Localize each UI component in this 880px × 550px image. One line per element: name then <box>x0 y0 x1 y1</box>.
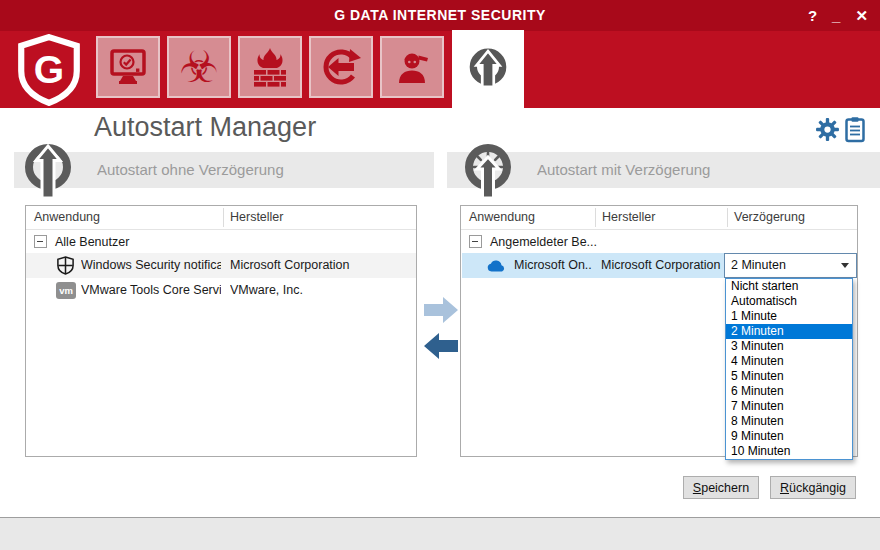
arrow-left-icon <box>424 333 458 359</box>
app-name: Microsoft On... <box>514 253 592 278</box>
move-left-button[interactable] <box>424 333 458 359</box>
group-row-angemeldeter-benutzer[interactable]: Angemeldeter Be... <box>461 230 857 253</box>
column-divider[interactable] <box>223 208 224 227</box>
table-header: Anwendung Hersteller Verzögerung <box>461 206 857 230</box>
column-header-verzoegerung[interactable]: Verzögerung <box>734 206 805 229</box>
arrow-right-icon <box>424 297 458 323</box>
dropdown-option[interactable]: 3 Minuten <box>726 339 852 354</box>
dropdown-option[interactable]: 5 Minuten <box>726 369 852 384</box>
dropdown-option-selected[interactable]: 2 Minuten <box>726 324 852 339</box>
tab-autostart-manager[interactable] <box>452 30 524 108</box>
settings-gear-icon[interactable] <box>815 117 840 142</box>
app-name: Windows Security notifica... <box>81 253 221 278</box>
dropdown-option[interactable]: 1 Minute <box>726 309 852 324</box>
group-row-alle-benutzer[interactable]: Alle Benutzer <box>26 230 416 253</box>
section-no-delay: Autostart ohne Verzögerung <box>14 152 434 188</box>
autostart-no-delay-icon <box>19 140 77 202</box>
vendor-name: Microsoft Corporation <box>601 253 723 278</box>
delay-combobox[interactable]: 2 Minuten <box>724 253 857 278</box>
gdata-shield-icon: G <box>12 34 86 106</box>
vendor-name: Microsoft Corporation <box>230 253 415 278</box>
dropdown-option[interactable]: 6 Minuten <box>726 384 852 399</box>
table-row-selected[interactable]: Microsoft On... Microsoft Corporation 2 … <box>461 253 857 278</box>
autostart-arrow-icon <box>465 46 511 92</box>
logs-clipboard-icon[interactable] <box>845 116 865 143</box>
gdata-logo: G <box>12 34 86 106</box>
section-no-delay-label: Autostart ohne Verzögerung <box>14 152 434 188</box>
column-header-hersteller[interactable]: Hersteller <box>602 206 656 229</box>
titlebar: G DATA INTERNET SECURITY ? _ ✕ <box>0 0 880 31</box>
dropdown-option[interactable]: 10 Minuten <box>726 444 852 459</box>
table-row[interactable]: vm VMware Tools Core Service VMware, Inc… <box>26 278 416 303</box>
close-button[interactable]: ✕ <box>855 0 868 31</box>
table-no-delay: Anwendung Hersteller Alle Benutzer Windo… <box>25 205 417 457</box>
table-header: Anwendung Hersteller <box>26 206 416 230</box>
biohazard-icon: ☣ <box>179 45 218 89</box>
autostart-with-delay-icon <box>459 140 517 202</box>
chevron-down-icon <box>841 263 849 268</box>
onedrive-cloud-icon <box>485 258 507 273</box>
monitor-check-icon <box>108 47 148 87</box>
delay-dropdown-list: Nicht starten Automatisch 1 Minute 2 Min… <box>725 278 853 460</box>
tab-firewall[interactable] <box>238 36 302 98</box>
tab-virus-protection[interactable]: ☣ <box>167 36 231 98</box>
undo-button[interactable]: Rückgängig <box>770 476 856 499</box>
page-title: Autostart Manager <box>94 112 316 143</box>
svg-text:G: G <box>34 48 64 91</box>
dropdown-option[interactable]: 4 Minuten <box>726 354 852 369</box>
windows-security-shield-icon <box>56 256 75 275</box>
tab-security-center[interactable] <box>96 36 160 98</box>
vendor-name: VMware, Inc. <box>230 278 415 303</box>
gdata-window: { "window": { "title": "G DATA INTERNET … <box>0 0 880 550</box>
status-bar <box>0 517 880 550</box>
column-divider[interactable] <box>595 208 596 227</box>
dropdown-option[interactable]: 9 Minuten <box>726 429 852 444</box>
window-controls: ? _ ✕ <box>808 0 868 31</box>
window-title: G DATA INTERNET SECURITY <box>0 0 880 31</box>
dropdown-option[interactable]: 8 Minuten <box>726 414 852 429</box>
column-divider[interactable] <box>727 208 728 227</box>
app-name: VMware Tools Core Service <box>81 278 221 303</box>
tab-parental-control[interactable] <box>380 36 444 98</box>
dropdown-option[interactable]: Nicht starten <box>726 279 852 294</box>
delay-combobox-value: 2 Minuten <box>731 254 786 277</box>
help-button[interactable]: ? <box>808 0 817 31</box>
person-cap-icon <box>392 47 432 87</box>
minimize-button[interactable]: _ <box>832 0 840 31</box>
save-button[interactable]: Speichern <box>683 476 759 499</box>
dropdown-option[interactable]: Automatisch <box>726 294 852 309</box>
collapse-toggle-icon[interactable] <box>34 235 47 248</box>
dropdown-option[interactable]: 7 Minuten <box>726 399 852 414</box>
column-header-anwendung[interactable]: Anwendung <box>469 206 535 229</box>
collapse-toggle-icon[interactable] <box>469 235 482 248</box>
vmware-icon: vm <box>56 282 76 299</box>
table-row[interactable]: Windows Security notifica... Microsoft C… <box>26 253 416 278</box>
tab-backup[interactable] <box>309 36 373 98</box>
restore-arrow-icon <box>321 47 361 87</box>
column-header-hersteller[interactable]: Hersteller <box>230 206 284 229</box>
firewall-flame-icon <box>250 47 290 87</box>
move-right-button[interactable] <box>424 297 458 323</box>
column-header-anwendung[interactable]: Anwendung <box>34 206 100 229</box>
